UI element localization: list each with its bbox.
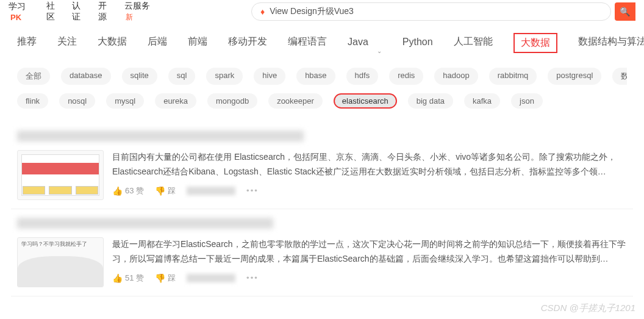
nav-community[interactable]: 社区 <box>46 1 62 23</box>
new-badge: 新 <box>126 13 133 21</box>
filter-tag[interactable]: hbase <box>296 68 335 85</box>
like-button[interactable]: 👍51 赞 <box>112 273 144 284</box>
meta-author <box>187 187 235 195</box>
nav-cert[interactable]: 认证 <box>72 1 87 23</box>
filter-tag[interactable]: mongodb <box>207 93 257 109</box>
search-box[interactable]: ♦ <box>251 2 611 21</box>
filter-tag[interactable]: big data <box>408 93 453 109</box>
filter-tag[interactable]: nosql <box>59 93 95 109</box>
more-icon[interactable]: ••• <box>246 186 259 195</box>
article-title[interactable] <box>17 131 627 144</box>
fire-icon: ♦ <box>260 7 265 16</box>
search-input[interactable] <box>270 7 602 16</box>
article-list: 目前国内有大量的公司都在使用 Elasticsearch，包括阿里、京东、滴滴、… <box>0 122 644 296</box>
category-tab[interactable]: 前端 <box>188 35 207 53</box>
filter-tag[interactable]: json <box>511 93 543 109</box>
article-item: 学习吗？不学习我就松手了 最近一周都在学习ElasticSearch，之前也零零… <box>11 209 633 296</box>
filter-tag[interactable]: 全部 <box>17 68 50 85</box>
more-icon[interactable]: ••• <box>246 273 259 282</box>
thumbs-up-icon: 👍 <box>112 273 123 283</box>
filter-tag[interactable]: spark <box>206 68 243 85</box>
filter-tag[interactable]: sqlite <box>122 68 157 85</box>
article-meta: 👍63 赞 👎踩 ••• <box>112 185 627 196</box>
thumbs-up-icon: 👍 <box>112 186 123 196</box>
filter-tag[interactable]: hive <box>254 68 285 85</box>
meta-author <box>187 274 235 282</box>
article-item: 目前国内有大量的公司都在使用 Elasticsearch，包括阿里、京东、滴滴、… <box>11 122 633 209</box>
article-description: 最近一周都在学习ElasticSearch，之前也零零散散的学过一点，这次下定决… <box>112 237 627 267</box>
dislike-button[interactable]: 👎踩 <box>155 185 176 196</box>
nav-cloud[interactable]: 云服务新 <box>124 1 155 23</box>
article-meta: 👍51 赞 👎踩 ••• <box>112 273 627 284</box>
category-tab[interactable]: Java <box>348 37 368 52</box>
category-tab[interactable]: 移动开发 <box>228 35 267 53</box>
search-container: ♦ 🔍 <box>251 2 635 21</box>
nav-learn[interactable]: 学习PK <box>9 1 35 22</box>
search-icon: 🔍 <box>620 7 630 16</box>
filter-tag[interactable]: hdfs <box>346 68 379 85</box>
category-tab[interactable]: 关注 <box>57 35 77 53</box>
filter-tag[interactable]: postgresql <box>548 68 601 85</box>
nav-opensource[interactable]: 开源 <box>98 1 113 23</box>
tag-container: 全部databasesqlitesqlsparkhivehbasehdfsred… <box>0 59 644 122</box>
filter-tag[interactable]: database <box>61 68 111 85</box>
filter-tag[interactable]: elasticsearch <box>334 93 397 109</box>
filter-tag[interactable]: zookeeper <box>268 93 323 109</box>
like-button[interactable]: 👍63 赞 <box>112 185 144 196</box>
top-nav: 学习PK 社区 认证 开源 云服务新 ♦ 🔍 <box>0 0 644 23</box>
filter-tag[interactable]: 数据库 <box>612 68 627 85</box>
filter-tag[interactable]: hadoop <box>434 68 478 85</box>
filter-tag[interactable]: sql <box>168 68 196 85</box>
category-tab[interactable]: 大数据 <box>513 33 557 53</box>
filter-tag[interactable]: eureka <box>155 93 196 109</box>
filter-tag[interactable]: redis <box>389 68 423 85</box>
thumbs-down-icon: 👎 <box>155 273 165 283</box>
article-description: 目前国内有大量的公司都在使用 Elasticsearch，包括阿里、京东、滴滴、… <box>112 150 627 179</box>
thumbs-down-icon: 👎 <box>155 186 165 196</box>
category-tab[interactable]: 大数据 <box>98 35 127 53</box>
category-tab[interactable]: Python <box>402 37 433 52</box>
category-tab[interactable]: 后端 <box>148 35 167 53</box>
category-tab[interactable]: 编程语言 <box>288 35 327 53</box>
category-tab[interactable]: 推荐 <box>17 35 37 53</box>
search-button[interactable]: 🔍 <box>615 2 635 21</box>
article-thumbnail[interactable]: 学习吗？不学习我就松手了 <box>17 237 104 287</box>
filter-tag[interactable]: mysql <box>106 93 144 109</box>
filter-tag[interactable]: rabbitmq <box>489 68 537 85</box>
category-tab[interactable]: 数据结构与算法 <box>578 35 644 53</box>
pk-badge: PK <box>10 13 21 22</box>
filter-tag[interactable]: flink <box>17 93 48 109</box>
article-title[interactable] <box>17 218 627 231</box>
category-tabs: 推荐关注大数据后端前端移动开发编程语言Java⌄Python人工智能大数据数据结… <box>0 23 644 59</box>
category-tab[interactable]: 人工智能 <box>454 35 493 53</box>
dislike-button[interactable]: 👎踩 <box>155 273 176 284</box>
filter-tag[interactable]: kafka <box>464 93 500 109</box>
article-thumbnail[interactable] <box>17 150 104 200</box>
chevron-down-icon[interactable]: ⌄ <box>377 48 382 54</box>
